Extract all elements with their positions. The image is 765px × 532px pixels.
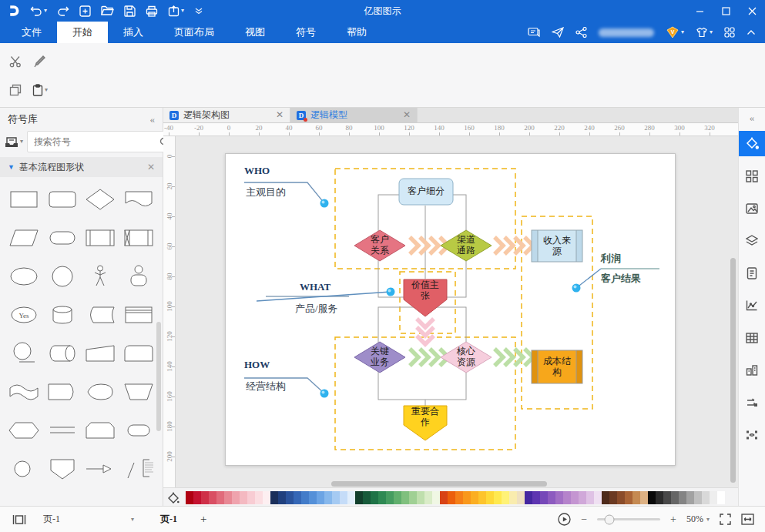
panel-scrollbar[interactable] <box>156 322 161 431</box>
cut-button[interactable] <box>9 55 22 68</box>
color-swatch[interactable] <box>201 491 209 504</box>
shape-customer-relation[interactable]: 客户关系 <box>354 229 406 262</box>
color-swatch[interactable] <box>347 491 355 504</box>
color-swatch[interactable] <box>186 491 193 504</box>
menu-tab-5[interactable]: 视图 <box>230 22 280 43</box>
zoom-slider[interactable] <box>597 518 660 520</box>
canvas-vertical-scrollbar[interactable] <box>730 258 736 483</box>
color-swatch[interactable] <box>193 491 201 504</box>
color-swatch[interactable] <box>563 491 571 504</box>
library-shape-egg[interactable] <box>82 374 120 409</box>
fit-width-icon[interactable] <box>741 514 754 525</box>
color-swatch[interactable] <box>371 491 378 504</box>
color-swatch[interactable] <box>255 491 263 504</box>
color-swatch[interactable] <box>694 491 702 504</box>
feedback-icon[interactable] <box>528 27 540 38</box>
collapse-ribbon-icon[interactable] <box>747 29 756 35</box>
chart-panel-icon[interactable] <box>739 293 765 318</box>
color-swatch[interactable] <box>679 491 686 504</box>
color-swatch[interactable] <box>540 491 548 504</box>
section-collapse-icon[interactable]: ▼ <box>8 163 15 171</box>
color-swatch[interactable] <box>555 491 563 504</box>
library-shape-small-circle[interactable] <box>5 451 43 486</box>
color-swatch[interactable] <box>571 491 579 504</box>
library-shape-pentagon-down[interactable] <box>43 451 82 486</box>
connector-style-panel-icon[interactable] <box>739 390 765 415</box>
library-shape-cylinder[interactable] <box>43 297 82 332</box>
library-shape-hexagon[interactable] <box>5 413 43 447</box>
color-swatch[interactable] <box>417 491 424 504</box>
profit-callout-line[interactable] <box>576 269 601 288</box>
color-swatch[interactable] <box>209 491 216 504</box>
library-shape-snip-corner-rect[interactable] <box>82 413 120 447</box>
theme-icon[interactable]: ▾ <box>696 27 713 38</box>
zoom-out-button[interactable]: − <box>581 514 587 526</box>
export-button[interactable]: ▾ <box>168 5 184 17</box>
table-panel-icon[interactable] <box>739 325 765 350</box>
canvas-horizontal-scrollbar[interactable] <box>331 481 547 487</box>
color-swatch[interactable] <box>286 491 294 504</box>
color-swatch[interactable] <box>448 491 455 504</box>
library-shape-text-block[interactable] <box>119 451 158 486</box>
color-swatch[interactable] <box>717 491 725 504</box>
undo-button[interactable]: ▾ <box>30 5 47 16</box>
menu-tab-7[interactable]: 帮助 <box>331 22 382 43</box>
color-swatch[interactable] <box>240 491 247 504</box>
color-swatch[interactable] <box>532 491 540 504</box>
library-shape-h-cylinder[interactable] <box>43 336 82 370</box>
format-painter-button[interactable] <box>33 55 45 68</box>
library-drawer-icon[interactable]: ▾ <box>5 136 23 148</box>
copy-button[interactable] <box>9 84 22 96</box>
color-swatch[interactable] <box>609 491 617 504</box>
library-shape-rounded-rect[interactable] <box>43 182 82 216</box>
fill-color-icon[interactable] <box>168 492 180 504</box>
color-swatch[interactable] <box>602 491 609 504</box>
color-swatch[interactable] <box>317 491 324 504</box>
library-shape-rounded-right-rect[interactable] <box>43 374 82 409</box>
library-shape-parallelogram[interactable] <box>5 220 43 255</box>
color-swatch[interactable] <box>494 491 502 504</box>
color-swatch[interactable] <box>355 491 363 504</box>
color-swatch[interactable] <box>463 491 471 504</box>
close-tab-icon[interactable]: ✕ <box>403 109 411 121</box>
color-swatch[interactable] <box>224 491 232 504</box>
drawing-page[interactable]: 客户细分 客户关系 渠道通路 价值主张 关键业务 核心资源 <box>225 153 676 466</box>
color-swatch[interactable] <box>663 491 671 504</box>
menu-tab-1[interactable]: 文件 <box>6 22 57 43</box>
shape-revenue[interactable]: 收入来源 <box>531 229 583 263</box>
how-sublabel[interactable]: 经营结构 <box>246 380 286 393</box>
color-swatch[interactable] <box>702 491 710 504</box>
zoom-slider-thumb[interactable] <box>605 514 615 524</box>
library-shape-person[interactable] <box>119 259 158 293</box>
color-swatch[interactable] <box>301 491 309 504</box>
color-swatch[interactable] <box>270 491 278 504</box>
color-swatch[interactable] <box>455 491 463 504</box>
shape-customer-segment[interactable]: 客户细分 <box>398 178 454 206</box>
who-sublabel[interactable]: 主观目的 <box>246 186 286 199</box>
shape-partnership[interactable]: 重要合作 <box>403 405 448 441</box>
redo-button[interactable] <box>57 5 69 16</box>
account-name[interactable] <box>599 28 654 37</box>
vip-badge-icon[interactable]: V ▾ <box>666 26 684 38</box>
color-swatch[interactable] <box>517 491 525 504</box>
library-shape-curved-rect[interactable] <box>82 297 120 332</box>
color-swatch[interactable] <box>625 491 632 504</box>
color-swatch[interactable] <box>309 491 317 504</box>
library-shape-yes-ellipse[interactable]: Yes <box>5 297 43 332</box>
color-swatch[interactable] <box>486 491 494 504</box>
shape-value-proposition[interactable]: 价值主张 <box>403 279 448 317</box>
paste-button[interactable]: ▾ <box>32 84 48 96</box>
color-swatch[interactable] <box>548 491 555 504</box>
library-shape-inverted-trapezoid[interactable] <box>119 374 158 409</box>
org-panel-icon[interactable] <box>739 357 765 383</box>
collapse-panel-icon[interactable]: « <box>150 113 156 125</box>
profit-sublabel[interactable]: 客户结果 <box>601 272 641 286</box>
color-swatch[interactable] <box>401 491 409 504</box>
color-swatch[interactable] <box>378 491 386 504</box>
collapse-rail-icon[interactable]: « <box>750 108 755 128</box>
menu-tab-3[interactable]: 插入 <box>108 22 159 43</box>
canvas-area[interactable]: 020406080100120140160180200 <box>163 136 738 487</box>
color-swatch[interactable] <box>671 491 679 504</box>
save-button[interactable] <box>124 5 136 17</box>
layers-panel-icon[interactable] <box>739 228 765 253</box>
